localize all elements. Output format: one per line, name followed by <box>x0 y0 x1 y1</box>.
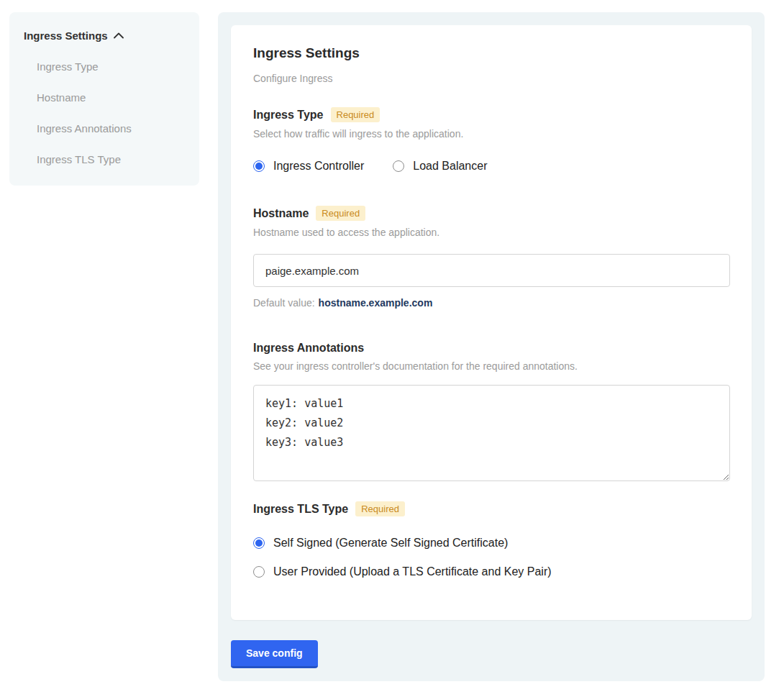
config-panel: Ingress Settings Configure Ingress Ingre… <box>218 12 765 681</box>
default-value-text: hostname.example.com <box>319 297 433 309</box>
ingress-annotations-label: Ingress Annotations <box>253 342 364 355</box>
sidebar-group-ingress-settings[interactable]: Ingress Settings <box>24 29 185 42</box>
sidebar-item-hostname[interactable]: Hostname <box>37 91 185 104</box>
radio-selected-icon[interactable] <box>253 537 265 549</box>
radio-option-label: Ingress Controller <box>273 160 364 173</box>
radio-option-label: User Provided (Upload a TLS Certificate … <box>273 565 552 578</box>
chevron-up-icon <box>114 32 124 39</box>
ingress-annotations-textarea[interactable]: key1: value1 key2: value2 key3: value3 <box>253 385 730 481</box>
radio-option-load-balancer[interactable]: Load Balancer <box>393 160 487 173</box>
sidebar-item-ingress-tls-type[interactable]: Ingress TLS Type <box>37 153 185 165</box>
radio-option-self-signed[interactable]: Self Signed (Generate Self Signed Certif… <box>253 537 729 550</box>
required-badge: Required <box>355 501 405 516</box>
field-hostname: Hostname Required Hostname used to acces… <box>253 206 729 309</box>
config-card: Ingress Settings Configure Ingress Ingre… <box>231 25 752 620</box>
radio-option-label: Self Signed (Generate Self Signed Certif… <box>273 537 508 550</box>
ingress-annotations-help: See your ingress controller's documentat… <box>253 360 729 372</box>
sidebar-item-ingress-annotations[interactable]: Ingress Annotations <box>37 122 185 135</box>
radio-option-ingress-controller[interactable]: Ingress Controller <box>253 160 364 173</box>
default-value-prefix: Default value: <box>253 297 315 309</box>
default-value-note: Default value:hostname.example.com <box>253 297 729 309</box>
save-config-button[interactable]: Save config <box>231 640 318 668</box>
sidebar-group-label: Ingress Settings <box>24 29 108 42</box>
required-badge: Required <box>316 206 365 221</box>
radio-unselected-icon[interactable] <box>393 160 404 172</box>
radio-unselected-icon[interactable] <box>253 566 265 578</box>
config-nav-sidebar: Ingress Settings Ingress Type Hostname I… <box>9 12 199 186</box>
ingress-type-label: Ingress Type <box>253 109 324 122</box>
required-badge: Required <box>331 107 380 122</box>
ingress-tls-type-label: Ingress TLS Type <box>253 503 348 516</box>
page-subtitle: Configure Ingress <box>253 73 729 84</box>
hostname-label: Hostname <box>253 207 309 220</box>
field-ingress-type: Ingress Type Required Select how traffic… <box>253 107 729 173</box>
field-label-row: Ingress TLS Type Required <box>253 501 729 516</box>
page-title: Ingress Settings <box>253 45 729 61</box>
ingress-type-radio-group: Ingress Controller Load Balancer <box>253 160 729 173</box>
field-ingress-tls-type: Ingress TLS Type Required Self Signed (G… <box>253 501 729 578</box>
radio-option-label: Load Balancer <box>413 160 487 173</box>
ingress-type-help: Select how traffic will ingress to the a… <box>253 128 729 140</box>
field-label-row: Ingress Type Required <box>253 107 729 122</box>
field-label-row: Ingress Annotations <box>253 342 729 355</box>
field-label-row: Hostname Required <box>253 206 729 221</box>
radio-selected-icon[interactable] <box>253 160 265 172</box>
radio-option-user-provided[interactable]: User Provided (Upload a TLS Certificate … <box>253 565 729 578</box>
hostname-input[interactable] <box>253 254 730 287</box>
field-ingress-annotations: Ingress Annotations See your ingress con… <box>253 342 729 484</box>
sidebar-item-ingress-type[interactable]: Ingress Type <box>37 60 185 73</box>
tls-type-radio-group: Self Signed (Generate Self Signed Certif… <box>253 537 729 578</box>
hostname-help: Hostname used to access the application. <box>253 227 729 238</box>
